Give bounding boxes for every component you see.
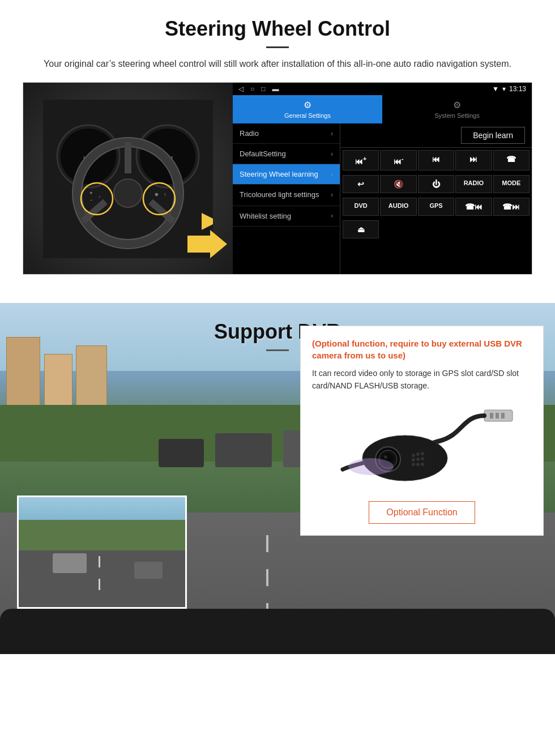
svg-point-12 <box>114 179 142 207</box>
steering-photo: km/h RPM + - <box>23 83 233 275</box>
ctrl-btn-mute[interactable]: 🔇 <box>380 175 416 193</box>
ctrl-grid-row3: DVD AUDIO GPS ☎⏮ ☎⏭ <box>340 195 532 218</box>
chevron-right-icon: › <box>331 191 333 199</box>
camera-inset <box>17 496 187 609</box>
road-line-2 <box>266 569 268 586</box>
chevron-right-icon: › <box>331 212 333 220</box>
ctrl-btn-eject[interactable]: ⏏ <box>343 220 379 238</box>
ctrl-btn-call-next[interactable]: ☎⏭ <box>493 198 530 216</box>
menu-item-steering-wheel[interactable]: Steering Wheel learning › <box>233 164 340 185</box>
menu-item-defaultsetting[interactable]: DefaultSetting › <box>233 144 340 164</box>
steering-subtitle: Your original car’s steering wheel contr… <box>34 57 521 71</box>
arrow-icon <box>187 230 227 258</box>
svg-text:↑: ↑ <box>164 192 166 197</box>
dashboard <box>0 609 555 654</box>
ctrl-btn-vol-dn[interactable]: ⏮- <box>380 150 416 170</box>
begin-learn-row: Begin learn <box>340 123 532 148</box>
android-panel: ◁ ○ □ ▬ ▼ ▾ 13:13 ⚙ General Settings ⚙ S… <box>233 83 532 274</box>
ctrl-btn-next[interactable]: ⏭ <box>455 150 492 170</box>
ctrl-grid-row1: ⏮+ ⏮- ⏮ ⏭ ☎ <box>340 148 532 173</box>
ctrl-btn-radio[interactable]: RADIO <box>455 175 492 193</box>
ctrl-grid-row4: ⏏ <box>340 218 532 241</box>
recents-icon: □ <box>261 85 265 93</box>
svg-point-32 <box>416 452 420 456</box>
optional-function-button[interactable]: Optional Function <box>369 501 475 524</box>
svg-marker-21 <box>187 230 227 258</box>
svg-rect-23 <box>490 413 493 418</box>
ctrl-btn-dvd[interactable]: DVD <box>343 198 379 216</box>
menu-icon: ▬ <box>272 85 279 93</box>
svg-text:⊕: ⊕ <box>155 192 159 197</box>
ctrl-grid-row2: ↩ 🔇 ⏻ RADIO MODE <box>340 173 532 195</box>
svg-rect-25 <box>501 413 505 418</box>
ctrl-btn-mode[interactable]: MODE <box>493 175 530 193</box>
chevron-right-icon: › <box>331 130 333 138</box>
home-icon: ○ <box>250 85 254 93</box>
svg-point-38 <box>416 463 420 466</box>
svg-point-40 <box>348 458 394 475</box>
system-icon: ⚙ <box>453 100 461 110</box>
dvr-section: Support DVR <box>0 286 555 654</box>
dvr-optional-text: (Optional function, require to buy exter… <box>312 338 532 361</box>
ctrl-btn-call[interactable]: ☎ <box>493 150 530 170</box>
tab-general-settings[interactable]: ⚙ General Settings <box>233 95 382 123</box>
svg-text:↑: ↑ <box>99 195 101 199</box>
steering-demo: km/h RPM + - <box>23 82 532 275</box>
svg-point-30 <box>384 455 387 459</box>
steering-section: Steering Wheel Control Your original car… <box>0 0 555 286</box>
menu-item-radio[interactable]: Radio › <box>233 123 340 144</box>
clock: 13:13 <box>509 85 526 93</box>
svg-point-36 <box>421 457 424 460</box>
dvr-photo-background: Support DVR <box>0 303 555 654</box>
gear-icon: ⚙ <box>304 100 311 110</box>
inset-car <box>53 553 87 573</box>
android-tabs: ⚙ General Settings ⚙ System Settings <box>233 95 532 123</box>
ctrl-btn-audio[interactable]: AUDIO <box>380 198 416 216</box>
svg-point-34 <box>412 458 415 462</box>
svg-point-33 <box>421 452 424 455</box>
title-divider <box>266 46 289 48</box>
wheel-background: km/h RPM + - <box>23 83 233 275</box>
inset-car-2 <box>134 562 163 579</box>
ctrl-btn-hangup[interactable]: ↩ <box>343 175 379 193</box>
wifi-icon: ▾ <box>502 85 506 93</box>
android-content: Radio › DefaultSetting › Steering Wheel … <box>233 123 532 274</box>
car-2 <box>215 433 272 467</box>
inset-line-1 <box>99 556 100 567</box>
android-menu: Radio › DefaultSetting › Steering Wheel … <box>233 123 340 274</box>
android-right-panel: Begin learn ⏮+ ⏮- ⏮ ⏭ ☎ ↩ 🔇 ⏻ <box>340 123 532 274</box>
dvr-device-svg <box>314 402 530 492</box>
begin-learn-button[interactable]: Begin learn <box>461 127 525 144</box>
svg-rect-24 <box>496 413 499 418</box>
chevron-right-icon: › <box>331 170 333 178</box>
svg-text:+: + <box>89 190 92 196</box>
inset-road <box>19 550 185 607</box>
steering-title: Steering Wheel Control <box>23 17 532 41</box>
camera-inner <box>19 497 185 607</box>
ctrl-btn-call-prev[interactable]: ☎⏮ <box>455 198 492 216</box>
menu-item-whitelist[interactable]: Whitelist setting › <box>233 206 340 227</box>
tab-system-settings[interactable]: ⚙ System Settings <box>382 95 532 123</box>
inset-line-2 <box>99 579 100 590</box>
svg-point-37 <box>412 463 415 466</box>
svg-point-31 <box>412 454 415 457</box>
ctrl-btn-gps[interactable]: GPS <box>418 198 454 216</box>
dvr-camera-image <box>312 402 532 492</box>
nav-icons: ◁ ○ □ ▬ <box>238 85 279 93</box>
street-background: Support DVR <box>0 303 555 654</box>
chevron-right-icon: › <box>331 150 333 158</box>
ctrl-btn-vol-up[interactable]: ⏮+ <box>343 150 379 170</box>
ctrl-btn-prev[interactable]: ⏮ <box>418 150 454 170</box>
road-line-1 <box>266 535 268 552</box>
tab-system-label: System Settings <box>434 112 479 119</box>
ctrl-btn-power[interactable]: ⏻ <box>418 175 454 193</box>
menu-item-tricoloured[interactable]: Tricoloured light settings › <box>233 185 340 206</box>
signal-icon: ▼ <box>492 85 499 93</box>
svg-point-39 <box>421 463 424 466</box>
car-1 <box>159 439 204 467</box>
android-statusbar: ◁ ○ □ ▬ ▼ ▾ 13:13 <box>233 83 532 95</box>
svg-point-35 <box>416 458 420 461</box>
inset-green <box>19 520 185 554</box>
dvr-desc-text: It can record video only to storage in G… <box>312 367 532 392</box>
dvr-info-card: (Optional function, require to buy exter… <box>300 326 544 536</box>
